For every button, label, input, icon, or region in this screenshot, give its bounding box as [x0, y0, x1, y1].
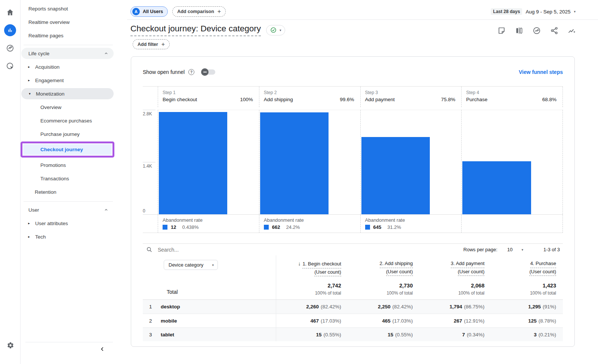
- all-users-comparison-chip[interactable]: A All Users: [130, 6, 168, 17]
- abandonment-step-2: Abandonment rate 66224.2%: [259, 215, 360, 233]
- total-share: 100% of total: [491, 290, 556, 296]
- funnel-bar-add-payment[interactable]: [361, 137, 430, 214]
- advertising-icon[interactable]: [4, 60, 16, 72]
- collapsed-arrow-icon: ▸: [26, 78, 32, 82]
- home-icon[interactable]: [4, 6, 16, 19]
- cell-percent: (86.75%): [464, 304, 484, 309]
- sidebar-item-overview[interactable]: Overview: [21, 100, 116, 114]
- add-comparison-button[interactable]: Add comparison +: [172, 6, 226, 17]
- sidebar-item-purchase-journey[interactable]: Purchase journey: [21, 127, 116, 141]
- note-icon[interactable]: [497, 26, 506, 35]
- funnel-step-header-2: Step 2 Add shipping99.6%: [259, 87, 360, 107]
- search-icon: [146, 246, 153, 253]
- sidebar-item-engagement[interactable]: ▸Engagement: [21, 74, 116, 87]
- step-completion: 100%: [240, 97, 253, 102]
- sidebar-item-realtime-overview[interactable]: Realtime overview: [21, 15, 116, 29]
- sidebar-item-realtime-pages[interactable]: Realtime pages: [21, 29, 116, 42]
- abandonment-label: Abandonment rate: [365, 217, 457, 223]
- column-label[interactable]: 1. Begin checkout: [302, 260, 341, 268]
- show-open-funnel-toggle[interactable]: [201, 68, 215, 76]
- insights-circle-icon[interactable]: [532, 26, 541, 35]
- cell-value: 15: [316, 332, 321, 337]
- cell-value: 467: [310, 318, 319, 324]
- sidebar-item-checkout-journey[interactable]: Checkout journey: [23, 144, 112, 155]
- sidebar-section-life-cycle[interactable]: Life cycle: [21, 48, 114, 59]
- abandonment-count: 662: [272, 224, 280, 230]
- column-sublabel[interactable]: (User count): [458, 268, 485, 276]
- sidebar-item-tech[interactable]: ▸Tech: [21, 230, 116, 243]
- total-share: 100% of total: [420, 290, 485, 296]
- step-number: Step 2: [264, 90, 354, 95]
- funnel-plot-area: 2.8K 1.4K 0: [143, 107, 563, 215]
- search-input[interactable]: [158, 247, 270, 253]
- abandonment-step-4-empty: [461, 215, 563, 233]
- step-name: Add shipping: [264, 97, 293, 102]
- checkout-journey-report-card: Show open funnel ? View funnel steps Ste…: [131, 56, 575, 347]
- sparkline-insights-icon[interactable]: [567, 26, 576, 35]
- sidebar-item-ecommerce-purchases[interactable]: Ecommerce purchases: [21, 114, 116, 127]
- row-rank: 3: [143, 332, 161, 337]
- check-circle-icon: [270, 27, 277, 33]
- main-content: A All Users Add comparison + Last 28 day…: [116, 0, 598, 364]
- reports-nav-sidebar: Reports snapshot Realtime overview Realt…: [21, 0, 116, 364]
- minus-icon: [203, 72, 207, 72]
- sidebar-section-user[interactable]: User: [21, 204, 114, 215]
- legend-swatch: [163, 225, 167, 230]
- metric-header-add-shipping: 2. Add shipping(User count) 2,730100% of…: [348, 255, 420, 299]
- column-label[interactable]: 3. Add payment: [451, 260, 484, 268]
- sidebar-item-acquisition[interactable]: ▸Acquisition: [21, 60, 116, 74]
- sort-descending-icon[interactable]: ↓: [298, 261, 300, 267]
- abandonment-count: 645: [373, 224, 382, 230]
- funnel-column-1: [158, 110, 259, 214]
- column-label[interactable]: 4. Purchase: [530, 260, 556, 268]
- cell-value: 267: [454, 318, 462, 324]
- reports-active-indicator: [4, 24, 16, 36]
- sidebar-item-retention[interactable]: Retention: [21, 185, 116, 199]
- column-sublabel[interactable]: (User count): [386, 268, 413, 276]
- share-icon[interactable]: [550, 26, 559, 35]
- settings-gear-icon[interactable]: [0, 342, 21, 349]
- row-dimension: desktop: [161, 304, 180, 309]
- comparison-bars-icon[interactable]: [515, 26, 524, 35]
- funnel-step-header-3: Step 3 Add payment75.8%: [360, 87, 462, 107]
- sidebar-item-reports-snapshot[interactable]: Reports snapshot: [21, 2, 116, 15]
- abandonment-rate: 0.438%: [182, 224, 198, 230]
- funnel-column-3: [360, 110, 462, 214]
- funnel-bar-begin-checkout[interactable]: [159, 112, 227, 214]
- sidebar-item-user-attributes[interactable]: ▸User attributes: [21, 217, 116, 230]
- view-funnel-steps-link[interactable]: View funnel steps: [519, 69, 563, 75]
- abandonment-label: Abandonment rate: [163, 217, 255, 223]
- cell-value: 465: [382, 318, 391, 324]
- sidebar-item-promotions[interactable]: Promotions: [21, 158, 116, 172]
- funnel-chart: Step 1 Begin checkout100% Step 2 Add shi…: [143, 86, 563, 233]
- column-sublabel[interactable]: (User count): [314, 268, 341, 277]
- explore-icon[interactable]: [4, 42, 16, 55]
- date-range-picker[interactable]: Last 28 days Aug 9 - Sep 5, 2025 ▾: [491, 8, 576, 15]
- pagination-controls: Rows per page: 10▾ 1-3 of 3: [463, 247, 563, 252]
- add-filter-button[interactable]: Add filter +: [133, 39, 170, 49]
- sidebar-item-transactions[interactable]: Transactions: [21, 172, 116, 185]
- funnel-bar-purchase[interactable]: [462, 161, 531, 214]
- sidebar-item-monetization[interactable]: ▾Monetization: [21, 88, 114, 99]
- report-status-button[interactable]: ▾: [266, 25, 286, 35]
- dimension-selector[interactable]: Device category ▾: [164, 260, 218, 270]
- add-comparison-label: Add comparison: [177, 9, 214, 14]
- caret-down-icon: ▾: [574, 10, 576, 13]
- toggle-thumb: [201, 68, 209, 76]
- reports-icon[interactable]: [4, 24, 16, 37]
- cell-percent: (0.55%): [395, 332, 413, 337]
- step-completion: 75.8%: [441, 97, 455, 102]
- collapse-sidebar-icon[interactable]: [99, 346, 105, 353]
- abandonment-rate: 24.2%: [286, 224, 300, 230]
- app-icon-rail: [0, 0, 21, 364]
- rows-per-page-select[interactable]: 10▾: [507, 247, 523, 252]
- column-label[interactable]: 2. Add shipping: [380, 260, 413, 268]
- chevron-up-icon: [104, 51, 108, 56]
- table-row-mobile: 2mobile 467(17.03%) 465(17.03%) 267(12.9…: [143, 314, 563, 327]
- help-icon[interactable]: ?: [188, 69, 194, 75]
- column-sublabel[interactable]: (User count): [529, 268, 556, 276]
- comparison-chips-row: A All Users Add comparison +: [130, 6, 226, 17]
- sidebar-item-label: Tech: [35, 234, 46, 240]
- funnel-bar-add-shipping[interactable]: [260, 112, 329, 214]
- total-value: 2,730: [348, 283, 413, 289]
